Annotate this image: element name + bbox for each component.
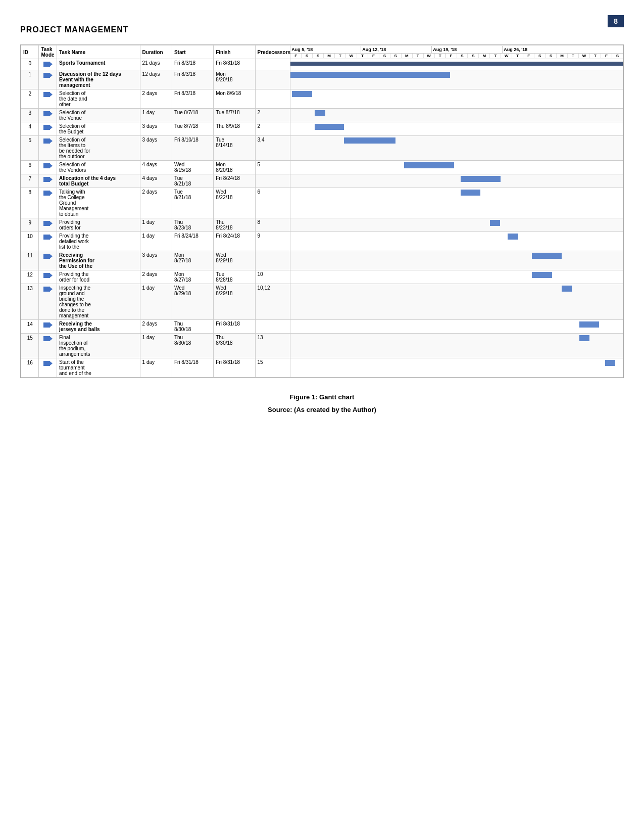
figure-caption: Figure 1: Gantt chart	[20, 393, 624, 401]
table-row: 4Selection of the Budget3 daysTue 8/7/18…	[21, 122, 623, 136]
task-duration: 2 days	[140, 320, 172, 334]
gantt-bar	[579, 335, 589, 341]
table-row: 9Providing orders for1 dayThu 8/23/18Thu…	[21, 218, 623, 232]
task-finish: Fri 8/31/18	[214, 59, 255, 70]
svg-rect-18	[43, 221, 50, 226]
task-id: 3	[21, 109, 39, 122]
gantt-bar	[532, 253, 561, 259]
svg-marker-15	[50, 177, 53, 181]
task-mode	[39, 89, 57, 109]
gantt-bar	[290, 72, 450, 78]
col-duration-header: Duration	[140, 45, 172, 59]
task-chart-cell	[290, 251, 623, 270]
gantt-bar	[344, 137, 395, 144]
task-id: 15	[21, 334, 39, 358]
task-finish: Thu 8/23/18	[214, 218, 255, 232]
task-predecessors	[255, 70, 290, 89]
svg-rect-26	[43, 287, 50, 292]
task-predecessors	[255, 59, 290, 70]
task-name: Receiving the jerseys and balls	[57, 320, 140, 334]
task-id: 0	[21, 59, 39, 70]
svg-marker-29	[50, 323, 53, 327]
task-mode	[39, 232, 57, 251]
task-duration: 2 days	[140, 270, 172, 284]
task-name: Providing the order for food	[57, 270, 140, 284]
svg-marker-33	[50, 361, 53, 365]
task-mode-icon	[43, 63, 53, 69]
task-mode-icon	[43, 94, 53, 99]
task-chart-cell	[290, 270, 623, 284]
task-start: Tue 8/7/18	[172, 109, 213, 122]
task-chart-cell	[290, 188, 623, 218]
svg-marker-19	[50, 221, 53, 225]
svg-marker-23	[50, 254, 53, 258]
task-finish: Mon 8/20/18	[214, 161, 255, 174]
table-row: 14Receiving the jerseys and balls2 daysT…	[21, 320, 623, 334]
task-mode	[39, 218, 57, 232]
task-start: Fri 8/31/18	[172, 358, 213, 378]
table-row: 2Selection of the date and other2 daysFr…	[21, 89, 623, 109]
task-finish: Fri 8/24/18	[214, 174, 255, 188]
task-predecessors: 8	[255, 218, 290, 232]
table-row: 15Final Inspection of the podium, arrang…	[21, 334, 623, 358]
task-mode-icon	[43, 192, 53, 198]
task-id: 8	[21, 188, 39, 218]
table-row: 3Selection of the Venue1 dayTue 8/7/18Tu…	[21, 109, 623, 122]
col-pred-header: Predecessors	[255, 45, 290, 59]
gantt-bar	[461, 190, 480, 196]
task-mode	[39, 188, 57, 218]
task-start: Mon 8/27/18	[172, 251, 213, 270]
task-id: 13	[21, 284, 39, 320]
task-start: Thu 8/30/18	[172, 320, 213, 334]
task-mode	[39, 251, 57, 270]
chart-days-header: F S S M T W T F S S M T W T	[290, 54, 623, 59]
svg-rect-12	[43, 163, 50, 168]
task-duration: 21 days	[140, 59, 172, 70]
task-duration: 2 days	[140, 89, 172, 109]
task-name: Providing orders for	[57, 218, 140, 232]
task-duration: 3 days	[140, 122, 172, 136]
gantt-bar	[315, 124, 344, 130]
svg-marker-11	[50, 139, 53, 143]
task-chart-cell	[290, 70, 623, 89]
task-name: Selection of the Budget	[57, 122, 140, 136]
task-name: Talking with the College Ground Manageme…	[57, 188, 140, 218]
gantt-container: ID TaskMode Task Name Duration Start Fin…	[20, 44, 624, 378]
task-start: Fri 8/10/18	[172, 136, 213, 161]
task-mode	[39, 174, 57, 188]
gantt-bar	[562, 286, 572, 292]
task-name: Receiving Permission for the Use of the	[57, 251, 140, 270]
gantt-bar	[461, 176, 501, 182]
table-row: 7Allocation of the 4 days total Budget4 …	[21, 174, 623, 188]
task-start: Fri 8/3/18	[172, 59, 213, 70]
task-chart-cell	[290, 358, 623, 378]
gantt-table: ID TaskMode Task Name Duration Start Fin…	[21, 45, 623, 378]
task-mode-icon	[43, 113, 53, 118]
task-finish: Tue 8/7/18	[214, 109, 255, 122]
task-start: Tue 8/21/18	[172, 174, 213, 188]
task-chart-cell	[290, 161, 623, 174]
task-mode-icon	[43, 126, 53, 132]
svg-rect-16	[43, 191, 50, 196]
task-mode	[39, 284, 57, 320]
task-name: Selection of the date and other	[57, 89, 140, 109]
task-predecessors: 13	[255, 334, 290, 358]
task-mode-icon	[43, 274, 53, 280]
task-mode	[39, 109, 57, 122]
task-mode-icon	[43, 140, 53, 146]
table-row: 11Receiving Permission for the Use of th…	[21, 251, 623, 270]
task-duration: 12 days	[140, 70, 172, 89]
task-mode	[39, 270, 57, 284]
task-finish: Fri 8/24/18	[214, 232, 255, 251]
task-chart-cell	[290, 174, 623, 188]
task-duration: 1 day	[140, 218, 172, 232]
table-row: 12Providing the order for food2 daysMon …	[21, 270, 623, 284]
svg-rect-14	[43, 177, 50, 182]
col-start-header: Start	[172, 45, 213, 59]
task-start: Wed 8/15/18	[172, 161, 213, 174]
task-name: Inspecting the ground and briefing the c…	[57, 284, 140, 320]
svg-rect-28	[43, 322, 50, 328]
task-duration: 4 days	[140, 161, 172, 174]
task-predecessors: 6	[255, 188, 290, 218]
task-start: Fri 8/3/18	[172, 89, 213, 109]
